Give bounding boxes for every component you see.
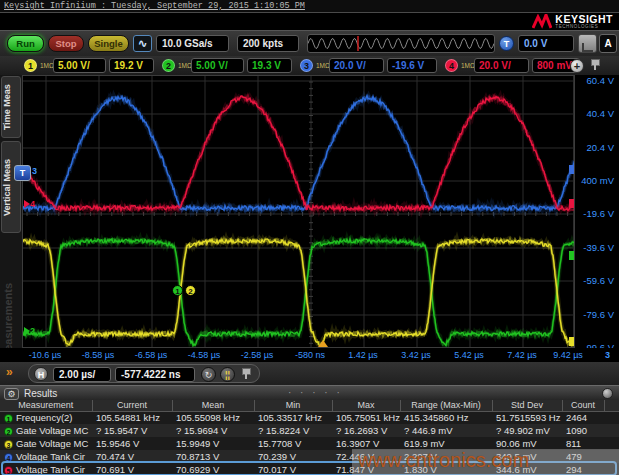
trigger-channel-label: 3 — [32, 166, 37, 176]
results-title: Results — [24, 388, 57, 399]
add-channel-button[interactable]: + — [570, 59, 584, 73]
expand-chevrons[interactable]: » — [6, 365, 13, 379]
measurement-source-icon: 1 — [4, 414, 13, 423]
sidebar-watermark: Measurements — [2, 245, 14, 360]
tab-time-meas[interactable]: Time Meas — [1, 76, 21, 138]
channel-3-impedance: 1MΩ — [316, 62, 330, 69]
overview-sine-icon — [308, 35, 494, 52]
keysight-logo: KEYSIGHT TECHNOLOGIES — [532, 13, 613, 30]
x-axis-tick-label: -10.6 µs — [29, 350, 62, 360]
table-row[interactable]: 1Frequency(2) 105.54881 kHz105.55098 kHz… — [0, 411, 619, 424]
single-button[interactable]: Single — [88, 35, 129, 52]
pin-icon[interactable] — [241, 368, 250, 380]
trigger-level-marker[interactable]: T — [14, 165, 31, 181]
right-edge-channel-marker[interactable] — [569, 165, 574, 174]
memory-depth-field[interactable]: 200 kpts — [237, 35, 299, 52]
measurement-source-icon: 4 — [4, 453, 13, 462]
acquisition-toolbar: Run Stop Single ∿ 10.0 GSa/s 200 kpts T … — [0, 30, 619, 56]
run-button[interactable]: Run — [7, 35, 44, 52]
x-axis-extra-label: 3 — [605, 350, 610, 360]
x-axis-tick-label: -2.58 µs — [241, 350, 274, 360]
measure-marker-1: 1 — [172, 285, 183, 296]
waveform-overview-strip[interactable] — [307, 34, 495, 53]
y-axis-tick-label: -59.6 V — [576, 275, 614, 286]
x-axis-tick-label: -4.58 µs — [188, 350, 221, 360]
horizontal-position-field[interactable]: -577.4222 ns — [115, 367, 195, 382]
drag-handle-dots[interactable]: · · · · · — [288, 387, 343, 398]
channel-3-badge[interactable]: 3 — [300, 59, 313, 72]
keysight-spark-icon — [532, 14, 552, 30]
menu-bar: KEYSIGHT TECHNOLOGIES — [0, 13, 619, 30]
x-axis-tick-label: 3.42 µs — [401, 350, 431, 360]
y-axis-tick-label: -19.6 V — [576, 208, 614, 219]
reference-point-icon[interactable]: ¦¦ — [220, 367, 235, 382]
channel-2-impedance: 1MΩ — [178, 62, 192, 69]
channel-2-badge[interactable]: 2 — [162, 59, 175, 72]
x-axis-tick-label: 1.42 µs — [348, 350, 378, 360]
table-header-row: Measurement Current Mean Min Max Range (… — [0, 400, 619, 411]
channel-4-scale-field[interactable]: 20.0 V/ — [474, 58, 529, 73]
horizontal-badge: H — [34, 367, 48, 381]
y-axis-tick-label: -79.6 V — [576, 309, 614, 320]
channel-1-offset-field[interactable]: 19.2 V — [109, 58, 154, 73]
acquisition-settings-button[interactable]: A — [599, 34, 617, 53]
x-axis-tick-label: 7.42 µs — [507, 350, 537, 360]
channel-3-scale-field[interactable]: 20.0 V/ — [329, 58, 384, 73]
table-row[interactable]: 2Gate Voltage MC ? 15.9547 V? 15.9694 V … — [0, 424, 619, 437]
right-edge-channel-marker[interactable] — [569, 199, 574, 208]
panel-options-button[interactable] — [602, 388, 613, 399]
results-panel-header: ⚙ Results · · · · · — [0, 385, 619, 400]
x-axis-tick-label: 9.42 µs — [553, 350, 583, 360]
measurement-source-icon: 3 — [4, 440, 13, 449]
x-axis-tick-label: -6.58 µs — [135, 350, 168, 360]
measure-marker-2: 2 — [185, 285, 196, 296]
tab-vertical-meas[interactable]: Vertical Meas — [1, 141, 21, 233]
oscilloscope-screen: Keysight Infiniium : Tuesday, September … — [0, 0, 619, 475]
channel-4-impedance: 1MΩ — [461, 62, 475, 69]
measurement-source-icon: 2 — [4, 427, 13, 436]
channel-bar: 1 1MΩ 5.00 V/ 19.2 V 2 1MΩ 5.00 V/ 19.3 … — [0, 56, 619, 75]
x-axis-tick-label: -580 ns — [295, 350, 325, 360]
y-axis-labels: 60.4 V40.4 V20.4 V400 mV-19.6 V-39.6 V-5… — [575, 75, 619, 348]
horizontal-reference-marker[interactable] — [318, 340, 328, 347]
channel-2-offset-field[interactable]: 19.3 V — [247, 58, 292, 73]
left-sidebar: Time Meas Vertical Meas Measurements — [0, 75, 22, 362]
channel-4-badge[interactable]: 4 — [445, 59, 458, 72]
brand-name: KEYSIGHT — [555, 15, 613, 24]
window-title: Keysight Infiniium : Tuesday, September … — [0, 0, 619, 13]
y-axis-tick-label: 40.4 V — [576, 108, 614, 119]
x-axis-labels: 3 -10.6 µs-8.58 µs-6.58 µs-4.58 µs-2.58 … — [0, 348, 619, 362]
trigger-badge[interactable]: T — [499, 36, 514, 51]
channel-2-ground-marker[interactable]: 2 — [24, 326, 35, 336]
channel-2-scale-field[interactable]: 5.00 V/ — [191, 58, 244, 73]
y-axis-tick-label: 20.4 V — [576, 142, 614, 153]
channel-1-scale-field[interactable]: 5.00 V/ — [53, 58, 106, 73]
right-edge-channel-marker[interactable] — [569, 251, 574, 260]
trigger-level-field[interactable]: 0.0 V — [518, 35, 574, 52]
y-axis-tick-label: 400 mV — [576, 175, 614, 186]
waveform-display[interactable]: T 3 4212 — [22, 75, 575, 348]
waveform-svg — [23, 76, 574, 347]
x-axis-tick-label: 5.42 µs — [454, 350, 484, 360]
y-axis-tick-label: 60.4 V — [576, 75, 614, 86]
pin-icon[interactable] — [590, 59, 599, 71]
x-axis-tick-label: -8.58 µs — [82, 350, 115, 360]
timebase-field[interactable]: 2.00 µs/ — [53, 367, 111, 382]
watermark-text: www.cntronics.com — [358, 449, 619, 472]
waveform-mode-icon[interactable]: ∿ — [133, 35, 152, 52]
sample-rate-field[interactable]: 10.0 GSa/s — [156, 35, 229, 52]
zoom-mode-icon[interactable]: ↻ — [201, 367, 216, 382]
right-edge-channel-marker[interactable] — [569, 337, 574, 346]
stop-button[interactable]: Stop — [48, 35, 84, 52]
gear-icon[interactable]: ⚙ — [4, 388, 19, 400]
horizontal-bar: » H 2.00 µs/ -577.4222 ns ↻ ¦¦ — [0, 362, 619, 385]
channel-3-offset-field[interactable]: -19.6 V — [387, 58, 437, 73]
measurement-source-icon: 5 — [4, 466, 13, 475]
display-settings-button[interactable] — [578, 34, 597, 53]
channel-4-ground-marker[interactable]: 4 — [24, 199, 35, 209]
channel-1-impedance: 1MΩ — [40, 62, 54, 69]
horizontal-controls-group: H 2.00 µs/ -577.4222 ns ↻ ¦¦ — [28, 364, 260, 383]
y-axis-tick-label: -39.6 V — [576, 242, 614, 253]
channel-1-badge[interactable]: 1 — [24, 59, 37, 72]
